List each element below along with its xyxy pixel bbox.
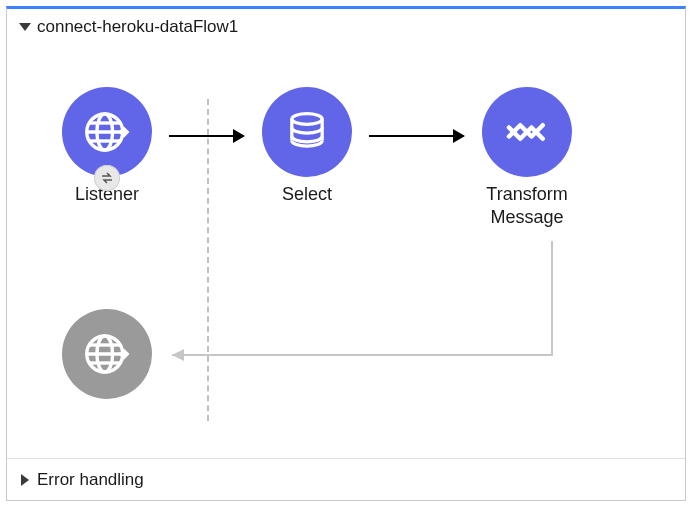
- error-handling-label: Error handling: [37, 470, 144, 490]
- flow-arrow-icon: [369, 129, 465, 143]
- node-transform-label: Transform Message: [467, 183, 587, 228]
- flow-title: connect-heroku-dataFlow1: [37, 17, 238, 37]
- node-response[interactable]: [47, 309, 167, 399]
- database-icon: [262, 87, 352, 177]
- svg-marker-6: [118, 132, 129, 138]
- node-listener[interactable]: Listener: [47, 87, 167, 206]
- flow-canvas: Listener Select: [7, 41, 685, 441]
- collapse-toggle-icon[interactable]: [19, 23, 31, 31]
- transform-icon: [482, 87, 572, 177]
- bidirectional-badge-icon: [94, 165, 120, 191]
- globe-arrow-icon: [62, 309, 152, 399]
- node-select-label: Select: [247, 183, 367, 206]
- svg-marker-15: [172, 349, 184, 361]
- svg-marker-5: [118, 126, 129, 132]
- globe-arrow-icon: [62, 87, 152, 177]
- flow-panel: connect-heroku-dataFlow1: [6, 6, 686, 501]
- expand-toggle-icon[interactable]: [21, 474, 29, 486]
- svg-point-7: [292, 114, 322, 125]
- svg-marker-13: [118, 348, 129, 354]
- flow-header[interactable]: connect-heroku-dataFlow1: [7, 9, 685, 41]
- svg-marker-14: [118, 354, 129, 360]
- error-handling-section[interactable]: Error handling: [7, 458, 685, 500]
- flow-arrow-icon: [169, 129, 245, 143]
- node-transform-message[interactable]: Transform Message: [467, 87, 587, 228]
- source-scope-divider: [207, 99, 209, 421]
- node-select[interactable]: Select: [247, 87, 367, 206]
